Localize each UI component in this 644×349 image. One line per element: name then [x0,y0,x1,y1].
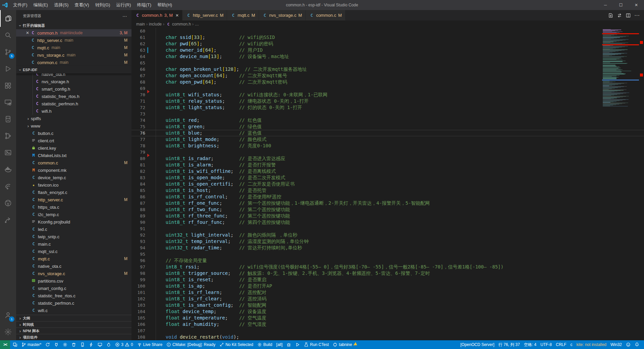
open-editor-item[interactable]: Chttp_server.cmainM [16,37,131,44]
code-line[interactable]: 98 uint8_t trigger_source; // 触发源: 0-无、1… [131,270,644,277]
tab-mqtt-c[interactable]: Cmqtt.cM [227,10,259,20]
line-number[interactable]: 73 [131,111,154,117]
line-number[interactable]: 92 [131,232,154,238]
code-line[interactable]: 71 uint8_t relay_status; // 继电器状态 0-关闭，1… [131,98,644,104]
file-item[interactable]: Ci2c_temp.c [16,211,131,218]
code-line[interactable]: 84 uint8_t is_open_certifi; // 二次开发是否使用证… [131,181,644,187]
file-item[interactable]: Cwifi.c [16,307,131,314]
toggle-dirty-diff-icon[interactable] [615,10,624,20]
file-item[interactable]: Cmqtt_ssl.c [16,248,131,255]
code-line[interactable]: 108 void device_restart(void); [131,334,644,340]
line-number[interactable]: 69 [131,85,154,92]
live-share[interactable]: Live Share [135,340,164,349]
line-number[interactable]: 83 [131,174,154,181]
code-line[interactable]: 65 [131,60,644,66]
line-number[interactable]: 78 [131,143,154,149]
file-item[interactable]: partitions.csv [16,277,131,285]
esp-monitor[interactable] [96,340,104,349]
file-item[interactable]: Chttps_ota.c [16,203,131,211]
code-line[interactable]: 97 int8_t rssi; // wifi信号强度(信号极好4格[-55— … [131,264,644,270]
code-line[interactable]: 79 [131,149,644,155]
line-number[interactable]: 66 [131,66,154,72]
line-number[interactable]: 63 [131,47,154,53]
code-line[interactable]: 107 [131,328,644,334]
esp-full-clean[interactable] [69,340,78,349]
line-number[interactable]: 91 [131,226,154,232]
line-number[interactable]: 87 [131,200,154,206]
menu-item-h[interactable]: 帮助(H) [154,0,175,10]
code-line[interactable]: 87 uint8_t rf_one_func; // 第一个遥控按键功能，1-继… [131,200,644,206]
close-icon[interactable]: ✕ [175,13,179,18]
line-number[interactable]: 100 [131,283,154,289]
folder-item[interactable]: ›spiffs [16,115,131,122]
esp-flash[interactable] [87,340,96,349]
code-line[interactable]: 106 float air_humidity; // 空气湿度 [131,321,644,328]
line-number[interactable]: 101 [131,289,154,296]
platform[interactable]: Win32 [608,340,624,349]
line-number[interactable]: 93 [131,238,154,245]
line-number[interactable]: 89 [131,213,154,219]
code-line[interactable]: 62 char pwd[65]; // wifi的密码 [131,41,644,47]
file-item[interactable]: MCMakeLists.txt [16,152,131,159]
code-line[interactable]: 75 uint8_t green; // 绿色值 [131,123,644,130]
file-item[interactable]: ★favicon.ico [16,181,131,189]
menu-item-t[interactable]: 终端(T) [134,0,154,10]
open-editor-item[interactable]: ✕Ccommon.hmain\include3, M [16,29,131,37]
new-window[interactable] [11,340,19,349]
feedback[interactable] [624,340,633,349]
build-target[interactable]: [all] [274,340,285,349]
code-line[interactable]: 83 uint8_t is_open_mode; // 是否二次开发模式 [131,174,644,181]
openocd-server[interactable]: [OpenOCD Server] [459,340,496,349]
code-line[interactable]: 90 uint8_t rf_four_func; // 第四个遥控按键功能 [131,219,644,226]
breadcrumb-item[interactable]: Ccommon.h [166,22,191,27]
line-number[interactable]: 99 [131,277,154,283]
encoding[interactable]: UTF-8 [538,340,554,349]
line-number[interactable]: 80 [131,155,154,162]
file-item[interactable]: Cstatistic_free_rtos.c [16,292,131,299]
code-line[interactable]: 100 uint8_t is_ap; // 是否打开AP [131,283,644,289]
file-item[interactable]: Cnvs_storage.cM [16,270,131,277]
activity-settings-icon[interactable] [0,323,16,340]
sidebar-section-大纲[interactable]: ›大纲 [16,315,131,321]
line-number[interactable]: 74 [131,117,154,123]
line-number[interactable]: 62 [131,41,154,47]
activity-live-share-icon[interactable] [0,211,16,228]
sidebar-section-npm-脚本[interactable]: ›NPM 脚本 [16,328,131,334]
activity-docker-icon[interactable] [0,161,16,178]
file-item[interactable]: Cbutton.c [16,130,131,137]
file-item[interactable]: Cnative_ota.c [16,262,131,270]
code-line[interactable]: 95 [131,251,644,257]
line-number[interactable]: 70 [131,92,154,98]
open-editor-item[interactable]: Ccommon.cmainM [16,59,131,66]
line-number[interactable]: 88 [131,206,154,213]
file-item[interactable]: Cmqtt.cM [16,255,131,262]
sidebar-more-actions-icon[interactable]: ⋯ [122,13,127,19]
line-number[interactable]: 96 [131,257,154,264]
close-icon[interactable]: ✕ [25,31,30,35]
line-number[interactable]: 76 [131,130,154,136]
file-item[interactable]: Cnvs_storage.h [16,78,131,85]
folder-item[interactable]: ›www [16,122,131,130]
cmake-kit[interactable]: No Kit Selected [217,340,255,349]
indentation[interactable]: 空格: 4 [522,340,538,349]
line-number[interactable]: 85 [131,187,154,194]
file-item[interactable]: Cdevice_temp.c [16,174,131,181]
file-item[interactable]: client.key [16,144,131,152]
code-line[interactable]: 96 // 不存储全局变量 [131,257,644,264]
line-number[interactable]: 104 [131,308,154,315]
activity-source-control-icon[interactable]: 5 [0,44,16,60]
file-item[interactable]: Cmain.c [16,240,131,248]
file-item[interactable]: Ccommon.cM [16,159,131,166]
line-number[interactable]: 105 [131,315,154,321]
line-number[interactable]: 108 [131,334,154,340]
code-line[interactable]: 76 uint8_t blue; // 蓝色值 [131,130,644,136]
breadcrumb-item[interactable]: include [149,22,162,27]
line-number[interactable]: 65 [131,60,154,66]
file-item[interactable]: Cstatistic_perfmon.c [16,299,131,307]
code-line[interactable]: 85 uint8_t is_host; // 是否托管 [131,187,644,194]
open-changes-icon[interactable] [606,10,615,20]
menu-item-e[interactable]: 编辑(E) [31,0,51,10]
tab-nvs_storage-c[interactable]: Cnvs_storage.cM [259,10,306,20]
activity-search-icon[interactable] [0,27,16,44]
line-number[interactable]: 107 [131,328,154,334]
